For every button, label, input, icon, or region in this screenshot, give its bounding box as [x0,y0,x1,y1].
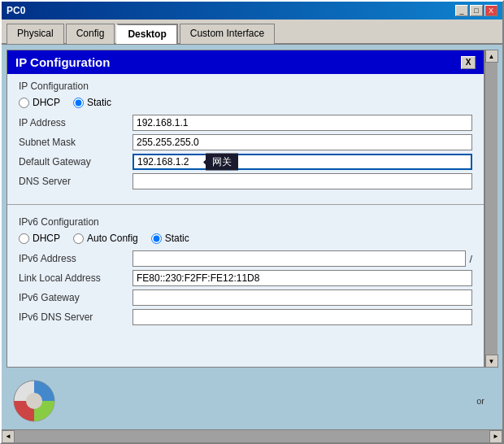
title-controls: _ □ X [455,5,497,16]
main-panel: IP Configuration X IP Configuration DHCP… [7,50,484,368]
pie-chart [10,377,59,425]
gateway-container: 网关 [133,154,472,170]
window-title: PC0 [7,5,25,16]
vertical-scrollbar: ▲ ▼ [484,50,497,368]
section-divider [7,204,484,205]
ip-address-input[interactable] [133,115,472,131]
ipv4-radio-row: DHCP Static [19,97,472,108]
dns-row: DNS Server [19,173,472,189]
scroll-down-button[interactable]: ▼ [485,355,498,368]
ipv6-slash: / [469,253,472,265]
or-label: or [476,396,484,406]
content-area: IP Configuration X IP Configuration DHCP… [2,45,502,372]
ipv6-gateway-input[interactable] [133,289,472,306]
ipv6-static-radio[interactable] [151,233,162,244]
tab-config[interactable]: Config [66,24,115,44]
bottom-area: or ◄ ► [2,372,502,442]
ipv6-dns-input[interactable] [133,309,472,325]
ipv6-gateway-row: IPv6 Gateway [19,289,472,306]
ipv6-dns-label: IPv6 DNS Server [19,311,133,323]
tab-physical[interactable]: Physical [7,24,64,44]
scroll-right-button[interactable]: ► [489,430,502,443]
gateway-input[interactable] [133,154,472,170]
tabs-bar: Physical Config Desktop Custom Interface [2,20,502,45]
ipv6-static-label[interactable]: Static [151,233,189,244]
ipv6-dns-row: IPv6 DNS Server [19,309,472,325]
close-window-button[interactable]: X [484,5,497,16]
ipv6-address-input[interactable] [133,250,466,267]
subnet-mask-input[interactable] [133,134,472,150]
tab-custom-interface[interactable]: Custom Interface [180,24,275,44]
tab-desktop[interactable]: Desktop [116,24,177,44]
dhcp-radio[interactable] [19,98,29,108]
subnet-mask-row: Subnet Mask [19,134,472,150]
scroll-left-button[interactable]: ◄ [2,430,15,443]
link-local-row: Link Local Address [19,270,472,286]
panel-close-button[interactable]: X [461,56,476,69]
scroll-up-button[interactable]: ▲ [485,50,498,63]
minimize-button[interactable]: _ [455,5,468,16]
ipv4-section: IP Configuration DHCP Static IP Address [7,74,484,199]
panel-title-bar: IP Configuration X [7,50,484,74]
link-local-input[interactable] [133,270,472,286]
dns-input[interactable] [133,173,472,189]
ipv6-dhcp-radio[interactable] [19,233,29,244]
ipv4-section-title: IP Configuration [19,81,472,92]
static-radio-label[interactable]: Static [73,97,111,108]
scroll-track-v[interactable] [485,63,497,355]
panel-bottom-space [7,335,484,359]
panel-title: IP Configuration [15,55,110,69]
ipv6-gateway-label: IPv6 Gateway [19,292,133,303]
subnet-mask-label: Subnet Mask [19,137,133,148]
ipv6-auto-label[interactable]: Auto Config [73,233,138,244]
dns-label: DNS Server [19,176,133,187]
maximize-button[interactable]: □ [470,5,483,16]
gateway-row: Default Gateway 网关 [19,154,472,170]
ipv6-dhcp-label[interactable]: DHCP [19,233,60,244]
ipv6-address-row: IPv6 Address / [19,250,472,267]
ipv6-address-label: IPv6 Address [19,253,133,264]
ipv6-auto-radio[interactable] [73,233,84,244]
main-window: PC0 _ □ X Physical Config Desktop Custom… [0,0,504,444]
ip-address-row: IP Address [19,115,472,131]
dhcp-radio-label[interactable]: DHCP [19,97,60,108]
ip-address-label: IP Address [19,117,133,128]
ipv6-section: IPv6 Configuration DHCP Auto Config Stat… [7,210,484,335]
scroll-track-h[interactable] [15,430,489,442]
gateway-label: Default Gateway [19,156,133,168]
link-local-label: Link Local Address [19,272,133,284]
ipv6-section-title: IPv6 Configuration [19,216,472,228]
title-bar: PC0 _ □ X [2,2,502,20]
horizontal-scrollbar: ◄ ► [2,429,502,442]
pie-center [26,393,42,409]
static-radio[interactable] [73,98,84,108]
ipv6-radio-row: DHCP Auto Config Static [19,233,472,244]
